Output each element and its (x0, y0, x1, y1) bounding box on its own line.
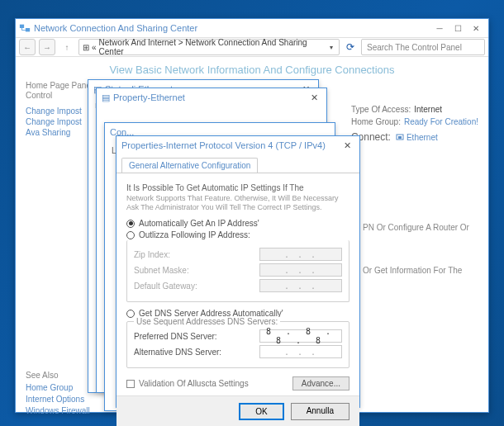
subnet-input: . . . (259, 263, 342, 277)
pref-dns-label: Preferred DNS Server: (134, 332, 217, 341)
ok-button[interactable]: OK (239, 403, 283, 420)
page-banner: View Basic Network Information And Confi… (26, 64, 478, 76)
toolbar: ← → ↑ ⊞ « Network And Internet > Network… (16, 37, 488, 57)
tab-strip: General Alternative Configuration (116, 158, 359, 173)
breadcrumb-icon: ⊞ (83, 43, 89, 52)
d2-icon: ▤ (102, 92, 110, 103)
body-text-2: Or Get Information For The (363, 265, 478, 276)
breadcrumb-prefix: « (92, 43, 97, 52)
intro-bold: It Is Possible To Get Automatic IP Setti… (126, 183, 349, 194)
body-text-1: PN Or Configure A Router Or (363, 222, 478, 233)
radio-auto-ip-label: Automatically Get An IP Address' (139, 219, 259, 228)
minimize-button[interactable]: ─ (430, 21, 449, 36)
title-bar: Network Connection And Sharing Center ─ … (16, 19, 488, 37)
alt-dns-input[interactable]: . . . (259, 345, 342, 358)
dns-fieldset: Use Sequent Addresses DNS Servers: Prefe… (126, 321, 349, 368)
search-input[interactable]: Search The Control Panel (361, 39, 485, 55)
forward-button[interactable]: → (39, 39, 55, 55)
d4-body: It Is Possible To Get Automatic IP Setti… (116, 173, 359, 395)
radio-auto-ip-input[interactable] (126, 220, 135, 228)
tab-general[interactable]: General Alternative Configuration (121, 158, 258, 173)
back-button[interactable]: ← (19, 39, 36, 55)
radio-auto-dns-input[interactable] (126, 310, 135, 318)
gateway-label: Default Gateway: (134, 282, 197, 291)
subnet-label: Subnet Maske: (134, 266, 189, 275)
radio-auto-ip[interactable]: Automatically Get An IP Address' (126, 219, 349, 228)
search-placeholder: Search The Control Panel (367, 43, 462, 52)
d2-close[interactable]: ✕ (307, 90, 321, 105)
access-label: Type Of Access: (351, 103, 411, 116)
dialog-buttons: OK Annulla (116, 395, 359, 426)
intro-text: It Is Possible To Get Automatic IP Setti… (126, 183, 349, 212)
window-controls: ─ ☐ ✕ (430, 21, 485, 36)
up-button[interactable]: ↑ (59, 39, 75, 55)
intro-rest: Network Supports That Feature. Otherwise… (126, 194, 349, 213)
breadcrumb-dropdown-icon[interactable]: ▾ (327, 44, 335, 51)
see-also-header: See Also (26, 371, 90, 380)
alt-dns-label: Alternative DNS Server: (134, 348, 221, 357)
dialog-ipv4-properties: Properties-Internet Protocol Version 4 (… (116, 135, 360, 408)
maximize-button[interactable]: ☐ (449, 21, 467, 36)
network-info: Type Of Access:Internet Home Group:Ready… (351, 103, 478, 144)
access-value: Internet (414, 103, 442, 116)
use-dns-label: Use Sequent Addresses DNS Servers: (134, 317, 280, 326)
zip-input: . . . (259, 248, 342, 261)
svg-rect-0 (20, 25, 24, 28)
close-button[interactable]: ✕ (467, 21, 485, 36)
validate-checkbox[interactable] (126, 380, 135, 388)
d4-close[interactable]: ✕ (340, 138, 354, 153)
group-value[interactable]: Ready For Creation! (404, 116, 478, 128)
ethernet-link[interactable]: Ethernet (396, 131, 438, 144)
see-also: See Also Home Group Internet Options Win… (26, 371, 90, 418)
zip-label: Zip Index: (134, 250, 170, 259)
window-title: Network Connection And Sharing Center (34, 23, 430, 33)
ethernet-text: Ethernet (407, 131, 438, 144)
breadcrumb[interactable]: ⊞ « Network And Internet > Network Conne… (78, 39, 340, 55)
svg-rect-3 (398, 136, 402, 139)
see-also-homegroup[interactable]: Home Group (26, 383, 90, 392)
network-icon (19, 22, 31, 34)
advance-button[interactable]: Advance... (292, 376, 349, 390)
radio-use-ip-input[interactable] (126, 231, 135, 239)
see-also-internet-options[interactable]: Internet Options (26, 395, 90, 404)
d2-title: Property-Ethernet (113, 92, 307, 102)
radio-use-ip-label: Outlizza Following IP Address: (139, 230, 250, 239)
gateway-input: . . . (259, 279, 342, 292)
pref-dns-input[interactable]: 8 . 8 . 8 . 8 (259, 329, 342, 343)
ethernet-icon (396, 133, 404, 141)
radio-use-ip[interactable]: Outlizza Following IP Address: (126, 230, 349, 239)
breadcrumb-text: Network And Internet > Network Connectio… (99, 38, 327, 56)
ip-fieldset: Zip Index:. . . Subnet Maske:. . . Defau… (126, 240, 349, 302)
see-also-windows-firewall[interactable]: Windows Firewall (26, 406, 90, 415)
cancel-button[interactable]: Annulla (291, 403, 349, 420)
group-label: Home Group: (351, 116, 401, 128)
validate-label: Validation Of Alluscta Settings (139, 379, 249, 388)
refresh-button[interactable]: ⟳ (343, 40, 358, 54)
d4-title: Properties-Internet Protocol Version 4 (… (121, 140, 340, 150)
validate-row: Validation Of Alluscta Settings Advance.… (126, 376, 349, 390)
